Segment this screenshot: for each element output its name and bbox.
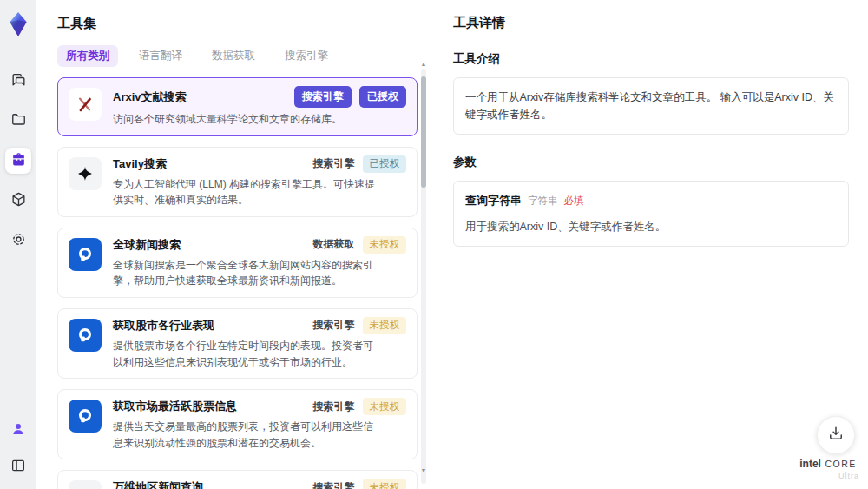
download-button[interactable] [817,416,855,454]
cube-icon [10,191,27,211]
tool-name: 全球新闻搜索 [113,237,181,253]
param-type: 字符串 [528,193,558,208]
panel-toggle-icon [10,458,26,477]
category-tabs: 所有类别语言翻译数据获取搜索引擎 [57,45,416,67]
building-icon [69,480,102,489]
param-name: 查询字符串 [465,192,522,210]
category-badge: 搜索引擎 [313,156,355,171]
tool-card-3[interactable]: 获取股市各行业表现 搜索引擎 未授权 提供股票市场各个行业在特定时间段内的表现。… [57,308,418,379]
tool-description: 访问各个研究领域大量科学论文和文章的存储库。 [113,111,380,128]
app-logo [0,5,36,43]
tool-detail-panel: 工具详情 工具介绍 一个用于从Arxiv存储库搜索科学论文和文章的工具。 输入可… [437,0,868,489]
auth-status-badge: 未授权 [363,317,407,334]
sparkle-icon [69,157,102,190]
chat-icon [10,71,27,91]
left-rail [0,0,36,489]
auth-status-badge: 未授权 [363,398,407,415]
tool-description: 专为人工智能代理 (LLM) 构建的搜索引擎工具。可快速提供实时、准确和真实的结… [113,176,380,208]
avatar-icon [10,421,26,440]
news-globe-icon [69,238,102,271]
tab-category-3[interactable]: 搜索引擎 [276,45,337,67]
tool-name: 万维地区新闻查询 [113,479,203,489]
param-required-badge: 必填 [564,193,584,208]
gear-icon [10,231,27,251]
scrollbar-thumb[interactable] [421,76,426,188]
scroll-down-icon[interactable]: ▼ [420,467,427,473]
sidebar-item-tools[interactable] [5,148,31,174]
brand-core: CORE [825,459,856,469]
auth-status-badge: 未授权 [363,236,407,254]
scroll-up-icon[interactable]: ▲ [420,61,427,67]
param-box: 查询字符串 字符串 必填 用于搜索的Arxiv ID、关键字或作者姓名。 [453,181,849,247]
tool-name: 获取市场最活跃股票信息 [113,399,237,414]
sidebar-item-folder[interactable] [5,108,31,134]
briefcase-icon [10,151,27,171]
tool-card-5[interactable]: 万维地区新闻查询 搜索引擎 未授权 查询具体行政区划内的新闻，快速了解各地新闻动… [57,470,418,489]
tool-name: 获取股市各行业表现 [113,318,214,334]
news-globe-icon [69,319,102,352]
category-badge: 数据获取 [313,237,355,252]
rail-bottom [0,418,36,480]
category-badge: 搜索引擎 [313,318,355,333]
detail-title: 工具详情 [453,15,849,31]
auth-status-badge: 已授权 [359,86,406,108]
param-line: 查询字符串 字符串 必填 [465,192,837,210]
intel-core-logo: intel CORE Ultra [797,455,859,480]
page-title: 工具集 [57,16,416,32]
tool-card-4[interactable]: 获取市场最活跃股票信息 搜索引擎 未授权 提供当天交易量最高的股票列表，投资者可… [57,389,418,459]
toolset-panel: 工具集 所有类别语言翻译数据获取搜索引擎 Arxiv文献搜索 搜索引擎 已授权 … [36,0,437,489]
brand-ultra: Ultra [797,472,859,480]
folder-icon [10,111,27,131]
sidebar-item-models[interactable] [5,188,31,214]
brand-intel: intel [799,458,821,470]
sidebar-item-panel-toggle[interactable] [5,454,31,480]
rail-nav [0,68,36,254]
param-desc: 用于搜索的Arxiv ID、关键字或作者姓名。 [465,218,837,235]
news-globe-icon [69,400,102,433]
auth-status-badge: 未授权 [363,479,407,489]
sidebar-item-chat[interactable] [5,68,31,94]
tool-card-1[interactable]: Tavily搜索 搜索引擎 已授权 专为人工智能代理 (LLM) 构建的搜索引擎… [57,147,418,217]
tab-category-1[interactable]: 语言翻译 [130,45,191,67]
auth-status-badge: 已授权 [363,155,407,173]
tool-card-0[interactable]: Arxiv文献搜索 搜索引擎 已授权 访问各个研究领域大量科学论文和文章的存储库… [57,77,418,136]
sidebar-item-settings[interactable] [5,228,31,254]
tool-description: 提供当天交易量最高的股票列表，投资者可以利用这些信息来识别流动性强的股票和潜在的… [113,419,380,451]
category-badge: 搜索引擎 [313,400,355,414]
sidebar-item-account[interactable] [5,418,31,444]
tool-description: 全球新闻搜索是一个聚合全球各大新闻网站内容的搜索引擎，帮助用户快速获取全球最新资… [113,257,380,289]
arxiv-logo-icon [69,88,102,121]
tool-name: Tavily搜索 [113,156,167,172]
tool-description: 提供股票市场各个行业在特定时间段内的表现。投资者可以利用这些信息来识别表现优于或… [113,338,380,370]
tab-category-2[interactable]: 数据获取 [203,45,264,67]
category-badge: 搜索引擎 [313,480,355,489]
params-heading: 参数 [453,155,849,170]
tool-card-2[interactable]: 全球新闻搜索 数据获取 未授权 全球新闻搜索是一个聚合全球各大新闻网站内容的搜索… [57,228,418,298]
tab-category-0[interactable]: 所有类别 [57,45,118,67]
download-icon [827,425,845,446]
intro-heading: 工具介绍 [453,51,849,67]
tool-list: Arxiv文献搜索 搜索引擎 已授权 访问各个研究领域大量科学论文和文章的存储库… [57,77,418,489]
intro-box: 一个用于从Arxiv存储库搜索科学论文和文章的工具。 输入可以是Arxiv ID… [453,77,849,135]
scrollbar[interactable] [421,69,426,484]
tool-name: Arxiv文献搜索 [113,89,187,105]
category-badge: 搜索引擎 [294,86,352,108]
